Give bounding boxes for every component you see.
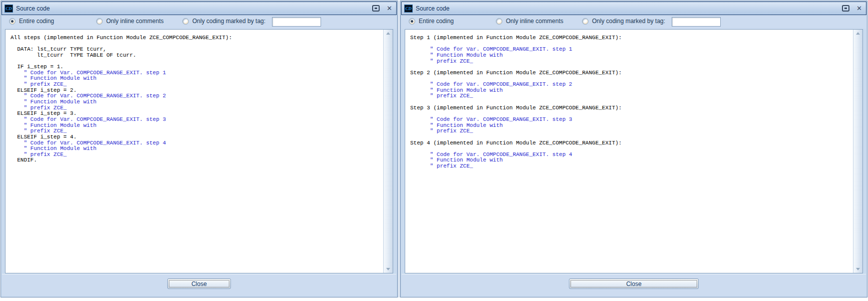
radio-icon: [9, 18, 16, 25]
code-line: [410, 99, 853, 105]
code-line-comment: " prefix ZCE_: [410, 93, 853, 99]
close-icon[interactable]: ✕: [387, 5, 392, 12]
close-icon[interactable]: ✕: [856, 5, 862, 12]
filter-row: Entire coding Only inline comments Only …: [402, 15, 866, 29]
vertical-scrollbar[interactable]: [853, 30, 862, 273]
filter-row: Entire coding Only inline comments Only …: [2, 15, 396, 29]
close-button[interactable]: Close: [167, 278, 231, 289]
desktop-background: CD Source code ✕ Entire coding Only inli…: [0, 0, 868, 301]
radio-label: Only coding marked by tag:: [592, 18, 665, 25]
radio-only-inline-comments[interactable]: Only inline comments: [496, 18, 563, 25]
radio-icon: [496, 18, 502, 25]
tag-input[interactable]: [672, 17, 721, 27]
titlebar[interactable]: CD Source code ✕: [2, 2, 397, 15]
code-line-comment: " Function Module with: [410, 88, 853, 94]
source-code-window-all-steps: CD Source code ✕ Entire coding Only inli…: [1, 1, 398, 297]
radio-entire-coding[interactable]: Entire coding: [409, 18, 454, 25]
vertical-scrollbar[interactable]: [383, 30, 393, 273]
radio-icon: [182, 18, 189, 25]
footer-bar: Close: [2, 274, 396, 296]
radio-icon: [96, 18, 103, 25]
restore-icon[interactable]: [372, 5, 380, 12]
window-title: Source code: [416, 5, 842, 12]
app-logo-icon: CD: [5, 5, 13, 13]
window-controls: ✕: [842, 5, 862, 12]
radio-only-coding-marked-by-tag[interactable]: Only coding marked by tag:: [582, 18, 665, 25]
scroll-up-icon[interactable]: [386, 32, 390, 35]
code-line: All steps (implemented in Function Modul…: [11, 35, 383, 41]
code-line: ELSEIF i_step = 4.: [11, 134, 383, 140]
code-line: [11, 59, 383, 65]
code-line-comment: " Function Module with: [410, 123, 853, 129]
code-line-comment: " prefix ZCE_: [410, 59, 853, 65]
code-line: lt_tcurr TYPE TABLE OF tcurr.: [11, 53, 383, 59]
code-line-comment: " Code for Var. COMPCODE_RANGE_EXIT. ste…: [11, 117, 383, 123]
code-line: Step 1 (implemented in Function Module Z…: [410, 35, 853, 41]
source-code-window-steps: CD Source code ✕ Entire coding Only inli…: [400, 1, 867, 297]
titlebar[interactable]: CD Source code ✕: [401, 2, 866, 15]
code-line: [410, 134, 853, 140]
app-logo-icon: CD: [404, 5, 413, 13]
radio-label: Entire coding: [419, 18, 454, 25]
code-line: ENDIF.: [11, 158, 383, 164]
scroll-down-icon[interactable]: [386, 268, 390, 270]
close-button[interactable]: Close: [569, 278, 699, 289]
footer-bar: Close: [402, 274, 866, 296]
code-line: Step 4 (implemented in Function Module Z…: [410, 140, 853, 146]
code-line-comment: " Function Module with: [410, 53, 853, 59]
window-controls: ✕: [372, 5, 392, 12]
scroll-down-icon[interactable]: [856, 268, 860, 270]
code-view[interactable]: Step 1 (implemented in Function Module Z…: [405, 30, 853, 273]
code-line-comment: " Function Module with: [410, 158, 853, 164]
code-panel: Step 1 (implemented in Function Module Z…: [405, 29, 863, 273]
code-view[interactable]: All steps (implemented in Function Modul…: [6, 30, 383, 273]
radio-icon: [409, 18, 415, 25]
code-line: Step 2 (implemented in Function Module Z…: [410, 70, 853, 76]
scroll-up-icon[interactable]: [856, 32, 860, 35]
radio-only-inline-comments[interactable]: Only inline comments: [96, 18, 164, 25]
tag-input[interactable]: [272, 17, 321, 27]
radio-label: Entire coding: [19, 18, 54, 25]
window-title: Source code: [16, 5, 372, 12]
code-line-comment: " prefix ZCE_: [410, 164, 853, 170]
radio-label: Only inline comments: [106, 18, 164, 25]
code-line-comment: " prefix ZCE_: [410, 128, 853, 134]
code-panel: All steps (implemented in Function Modul…: [5, 29, 393, 273]
code-line-comment: " prefix ZCE_: [11, 152, 383, 158]
code-line: Step 3 (implemented in Function Module Z…: [410, 105, 853, 111]
code-line-comment: " Function Module with: [11, 99, 383, 105]
radio-only-coding-marked-by-tag[interactable]: Only coding marked by tag:: [182, 18, 265, 25]
radio-label: Only inline comments: [506, 18, 563, 25]
radio-icon: [582, 18, 589, 25]
code-line-comment: " Code for Var. COMPCODE_RANGE_EXIT. ste…: [410, 117, 853, 123]
radio-label: Only coding marked by tag:: [192, 18, 265, 25]
radio-entire-coding[interactable]: Entire coding: [9, 18, 54, 25]
restore-icon[interactable]: [842, 5, 849, 12]
